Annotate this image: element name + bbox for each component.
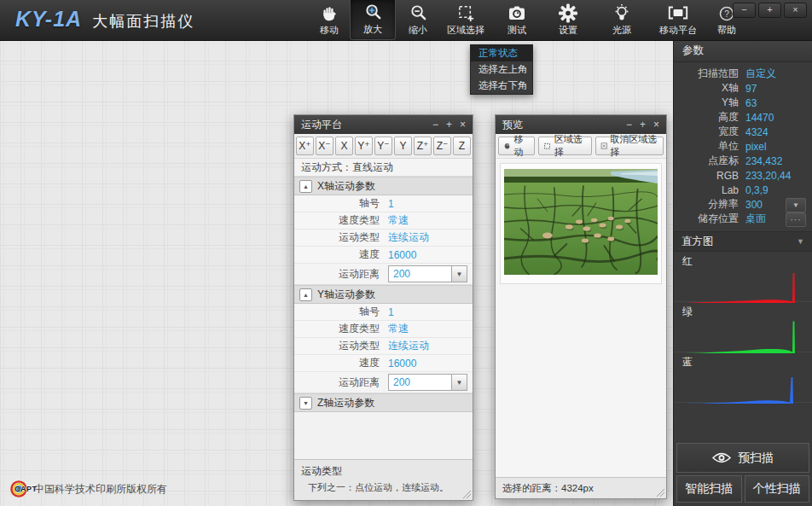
capt-logo-text: CAPT bbox=[14, 485, 38, 493]
resize-grip[interactable] bbox=[463, 491, 471, 498]
toolbar-button-zoom-in[interactable]: 放大 bbox=[350, 0, 396, 40]
axis-button-y-plus[interactable]: Y⁺ bbox=[355, 137, 373, 155]
axis-button-y[interactable]: Y bbox=[394, 137, 412, 155]
toolbar-button-zoom-out[interactable]: 缩小 bbox=[396, 0, 440, 40]
close-icon[interactable]: × bbox=[653, 119, 659, 130]
param-row-unit: 单位 pixel bbox=[674, 139, 812, 154]
menu-item-select-bottom-right[interactable]: 选择右下角 bbox=[471, 78, 532, 94]
axis-button-z-minus[interactable]: Z⁻ bbox=[433, 137, 451, 155]
toolbar-button-test[interactable]: 测试 bbox=[491, 0, 542, 40]
preview-window: 预览 − + × 移动 区域选择 bbox=[495, 114, 667, 499]
param-row: 速度类型 常速 bbox=[294, 212, 473, 230]
axis-button-z[interactable]: Z bbox=[453, 137, 471, 155]
minimize-button[interactable]: − bbox=[733, 3, 756, 18]
distance-dropdown[interactable]: 200 ▼ bbox=[388, 374, 467, 391]
height-value[interactable]: 14470 bbox=[745, 112, 774, 124]
camera-icon bbox=[507, 3, 527, 23]
preview-photo[interactable] bbox=[504, 169, 658, 275]
maximize-icon[interactable]: + bbox=[446, 119, 452, 130]
y-axis-value[interactable]: 63 bbox=[745, 97, 757, 109]
param-row-y-axis: Y轴 63 bbox=[674, 96, 812, 110]
lab-value: 0,3,9 bbox=[745, 184, 768, 196]
toolbar-button-settings[interactable]: 设置 bbox=[542, 0, 594, 40]
chevron-down-icon[interactable]: ▼ bbox=[451, 266, 467, 282]
scan-range-value[interactable]: 自定义 bbox=[745, 67, 776, 81]
platform-icon bbox=[667, 3, 689, 23]
eye-icon bbox=[712, 452, 731, 463]
motion-window-titlebar[interactable]: 运动平台 − + × bbox=[294, 115, 473, 134]
preview-cancel-region-button[interactable]: 取消区域选择 bbox=[595, 137, 664, 155]
zoom-out-icon bbox=[409, 3, 428, 23]
custom-scan-button[interactable]: 个性扫描 bbox=[745, 475, 810, 503]
copyright-text: 中国科学技术印刷所版权所有 bbox=[34, 482, 167, 497]
motion-mode-label: 运动方式：直线运动 bbox=[294, 159, 473, 177]
axis-button-x-minus[interactable]: X⁻ bbox=[316, 137, 334, 155]
preview-move-button[interactable]: 移动 bbox=[498, 137, 535, 155]
histogram-header[interactable]: 直方图 ▼ bbox=[674, 231, 812, 252]
param-row: 轴号 1 bbox=[294, 304, 473, 321]
axis-button-x-plus[interactable]: X⁺ bbox=[296, 137, 314, 155]
param-row: 轴号 1 bbox=[294, 195, 473, 212]
preview-toolbar: 移动 区域选择 取消区域选择 bbox=[496, 134, 666, 159]
resolution-value[interactable]: 300 bbox=[745, 199, 763, 211]
axis-button-z-plus[interactable]: Z⁺ bbox=[414, 137, 432, 155]
unit-value[interactable]: pixel bbox=[745, 141, 767, 153]
maximize-icon[interactable]: + bbox=[640, 119, 646, 130]
motion-type-value[interactable]: 连续运动 bbox=[388, 230, 429, 245]
motion-type-value[interactable]: 连续运动 bbox=[388, 339, 429, 353]
minimize-icon[interactable]: − bbox=[626, 119, 632, 130]
maximize-button[interactable]: + bbox=[758, 3, 781, 18]
param-row: 速度类型 常速 bbox=[294, 321, 473, 338]
speed-value[interactable]: 16000 bbox=[388, 358, 416, 369]
resolution-dropdown-button[interactable]: ▼ bbox=[786, 198, 806, 212]
browse-ellipsis-button[interactable]: ··· bbox=[786, 212, 806, 227]
toolbar-button-light-source[interactable]: 光源 bbox=[594, 0, 650, 40]
speed-type-value[interactable]: 常速 bbox=[388, 322, 409, 336]
param-row-lab: Lab 0,3,9 bbox=[674, 183, 812, 197]
params-rows: 扫描范围 自定义 X轴 97 Y轴 63 高度 14470 宽度 4324 单位… bbox=[674, 62, 812, 226]
distance-dropdown[interactable]: 200 ▼ bbox=[388, 265, 467, 282]
width-value[interactable]: 4324 bbox=[745, 126, 768, 138]
axis-button-x[interactable]: X bbox=[335, 137, 353, 155]
preview-region-select-button[interactable]: 区域选择 bbox=[538, 137, 591, 155]
toolbar-label: 帮助 bbox=[717, 24, 736, 37]
param-row-resolution: 分辨率 300 ▼ bbox=[674, 197, 812, 212]
x-axis-value[interactable]: 97 bbox=[745, 83, 757, 95]
minimize-icon[interactable]: − bbox=[432, 119, 438, 130]
toolbar-button-region-select[interactable]: 区域选择 bbox=[440, 0, 491, 40]
histogram-red: 红 bbox=[674, 252, 812, 302]
param-row: 运动类型 连续运动 bbox=[294, 338, 473, 355]
toolbar-button-move[interactable]: 移动 bbox=[309, 0, 350, 40]
close-button[interactable]: × bbox=[784, 3, 807, 18]
collapse-down-icon[interactable]: ▼ bbox=[299, 397, 312, 410]
speed-value[interactable]: 16000 bbox=[388, 249, 416, 261]
scanner-app: KY-1A 大幅面扫描仪 移动 bbox=[0, 0, 812, 506]
resize-grip[interactable] bbox=[657, 489, 664, 497]
help-text: 下列之一：点位运动，连续运动。 bbox=[301, 481, 466, 494]
close-icon[interactable]: × bbox=[460, 119, 466, 130]
collapse-up-icon[interactable]: ▲ bbox=[299, 180, 312, 193]
section-header-x-axis[interactable]: ▲ X轴运动参数 bbox=[294, 177, 473, 195]
section-header-y-axis[interactable]: ▲ Y轴运动参数 bbox=[294, 285, 473, 304]
axis-number-value[interactable]: 1 bbox=[388, 198, 394, 210]
region-select-menu: 正常状态 选择左上角 选择右下角 bbox=[470, 44, 533, 95]
speed-type-value[interactable]: 常速 bbox=[388, 213, 409, 228]
zoom-in-icon bbox=[363, 2, 383, 22]
selected-distance-text: 选择的距离：4324px bbox=[502, 482, 594, 495]
smart-scan-button[interactable]: 智能扫描 bbox=[676, 475, 742, 503]
toolbar-button-motion-platform[interactable]: 移动平台 bbox=[650, 0, 706, 40]
section-header-z-axis[interactable]: ▼ Z轴运动参数 bbox=[294, 393, 473, 412]
axis-number-value[interactable]: 1 bbox=[388, 306, 394, 318]
preview-window-titlebar[interactable]: 预览 − + × bbox=[496, 115, 666, 134]
cancel-region-icon bbox=[600, 142, 608, 150]
menu-item-select-top-left[interactable]: 选择左上角 bbox=[471, 61, 532, 78]
prescan-button[interactable]: 预扫描 bbox=[676, 443, 809, 473]
save-location-value[interactable]: 桌面 bbox=[745, 212, 766, 226]
menu-item-normal-state[interactable]: 正常状态 bbox=[471, 45, 532, 61]
svg-text:?: ? bbox=[724, 9, 729, 19]
axis-button-y-minus[interactable]: Y⁻ bbox=[374, 137, 392, 155]
chevron-down-icon[interactable]: ▼ bbox=[451, 375, 467, 390]
collapse-up-icon[interactable]: ▲ bbox=[299, 288, 312, 301]
distance-combo-row: 运动距离 200 ▼ bbox=[294, 264, 473, 285]
motion-platform-window: 运动平台 − + × X⁺ X⁻ X Y⁺ Y⁻ Y Z⁺ Z⁻ Z 运动方式：… bbox=[293, 114, 473, 501]
